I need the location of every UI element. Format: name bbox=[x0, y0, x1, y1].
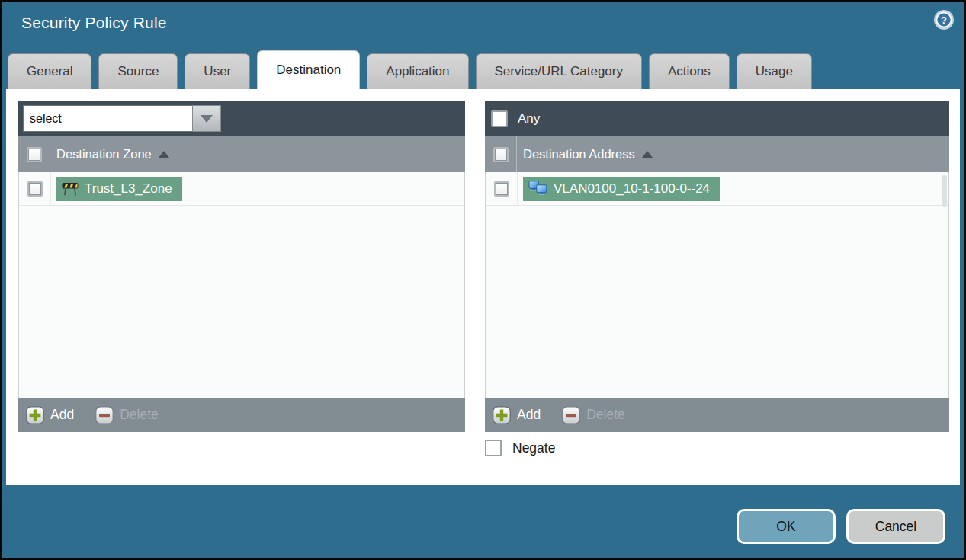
address-list: VLAN0100_10-1-100-0--24 bbox=[485, 172, 949, 398]
zone-toolbar: Add Delete bbox=[18, 398, 465, 432]
zone-column-header-label: Destination Zone bbox=[56, 147, 152, 162]
sort-asc-icon bbox=[642, 151, 653, 158]
address-toolbar: Add Delete bbox=[485, 398, 949, 432]
delete-address-button[interactable]: Delete bbox=[562, 406, 625, 424]
any-label: Any bbox=[518, 111, 540, 126]
destination-address-panel: Any Destination Address bbox=[485, 101, 949, 432]
help-icon-glyph: ? bbox=[933, 9, 955, 30]
tab-bar: General Source User Destination Applicat… bbox=[8, 50, 958, 89]
address-row-checkbox-cell bbox=[486, 172, 518, 205]
tab-user[interactable]: User bbox=[185, 53, 250, 89]
add-address-button[interactable]: Add bbox=[493, 406, 541, 424]
zone-list: Trust_L3_Zone bbox=[18, 172, 465, 398]
tab-general[interactable]: General bbox=[8, 53, 91, 89]
address-header-checkbox-cell bbox=[485, 136, 517, 172]
zone-barrier-icon bbox=[62, 181, 79, 196]
zone-table-row: Trust_L3_Zone bbox=[19, 172, 464, 206]
zone-filter-input[interactable] bbox=[23, 105, 192, 132]
address-column-header[interactable]: Destination Address bbox=[523, 147, 653, 162]
zone-row-checkbox[interactable] bbox=[27, 181, 43, 197]
address-column-header-label: Destination Address bbox=[523, 147, 635, 162]
svg-text:?: ? bbox=[941, 14, 947, 26]
address-item-label: VLAN0100_10-1-100-0--24 bbox=[554, 181, 710, 197]
select-all-addresses-checkbox[interactable] bbox=[493, 147, 509, 162]
plus-icon bbox=[26, 406, 44, 424]
address-table-row: VLAN0100_10-1-100-0--24 bbox=[486, 172, 948, 206]
zone-header-checkbox-cell bbox=[18, 136, 50, 172]
tab-destination[interactable]: Destination bbox=[257, 50, 360, 89]
add-zone-button[interactable]: Add bbox=[26, 406, 74, 424]
destination-tab-content: Destination Zone bbox=[6, 89, 960, 485]
tab-actions[interactable]: Actions bbox=[649, 53, 730, 89]
zone-column-header-row: Destination Zone bbox=[18, 136, 465, 172]
address-column-header-row: Destination Address bbox=[485, 136, 949, 172]
negate-row: Negate bbox=[485, 440, 555, 456]
zone-filter-dropdown-button[interactable] bbox=[192, 105, 221, 132]
minus-icon bbox=[95, 406, 114, 424]
address-any-bar: Any bbox=[485, 101, 949, 136]
address-row-checkbox[interactable] bbox=[494, 181, 509, 197]
security-policy-rule-dialog: Security Policy Rule ? General Source Us… bbox=[0, 0, 966, 560]
delete-zone-button[interactable]: Delete bbox=[95, 406, 159, 424]
delete-zone-label: Delete bbox=[120, 407, 159, 423]
scrollbar-thumb[interactable] bbox=[942, 175, 947, 207]
footer-buttons: OK Cancel bbox=[737, 509, 945, 544]
cancel-button[interactable]: Cancel bbox=[846, 509, 945, 544]
any-wrap: Any bbox=[485, 110, 540, 127]
help-icon[interactable]: ? bbox=[933, 9, 955, 30]
tab-usage[interactable]: Usage bbox=[737, 53, 812, 89]
zone-filter-combobox bbox=[23, 105, 221, 132]
sort-asc-icon bbox=[159, 151, 169, 158]
negate-label: Negate bbox=[512, 440, 555, 456]
add-zone-label: Add bbox=[50, 407, 74, 423]
plus-icon bbox=[493, 406, 511, 424]
tab-source[interactable]: Source bbox=[98, 53, 178, 89]
delete-address-label: Delete bbox=[586, 407, 625, 423]
select-all-zones-checkbox[interactable] bbox=[27, 147, 42, 162]
address-item-vlan0100[interactable]: VLAN0100_10-1-100-0--24 bbox=[523, 177, 720, 201]
add-address-label: Add bbox=[517, 407, 541, 423]
tab-service-url-category[interactable]: Service/URL Category bbox=[476, 53, 643, 89]
any-checkbox[interactable] bbox=[491, 110, 508, 127]
zone-item-label: Trust_L3_Zone bbox=[85, 181, 172, 197]
zone-column-header[interactable]: Destination Zone bbox=[56, 147, 169, 162]
ok-button[interactable]: OK bbox=[737, 509, 836, 544]
destination-zone-panel: Destination Zone bbox=[18, 101, 465, 432]
negate-checkbox[interactable] bbox=[485, 440, 502, 456]
network-computers-icon bbox=[528, 181, 547, 197]
zone-row-checkbox-cell bbox=[19, 172, 51, 205]
zone-filter-bar bbox=[18, 101, 465, 136]
chevron-down-icon bbox=[201, 115, 213, 123]
minus-icon bbox=[562, 406, 580, 424]
tab-application[interactable]: Application bbox=[367, 53, 468, 89]
zone-item-trust-l3-zone[interactable]: Trust_L3_Zone bbox=[56, 177, 182, 201]
page-title: Security Policy Rule bbox=[21, 14, 167, 32]
